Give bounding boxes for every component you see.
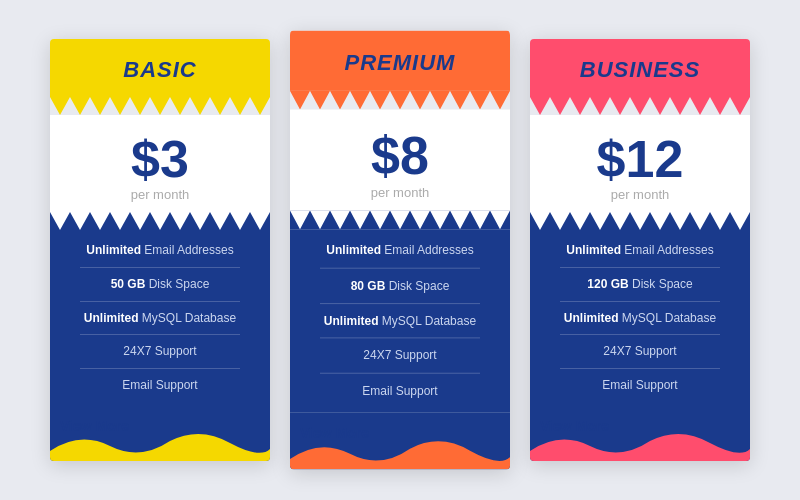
card-basic: BASIC $3 per month Unlimited Email Addre… [50,39,270,461]
card-features-basic: Unlimited Email Addresses 50 GB Disk Spa… [50,230,270,406]
divider [560,267,720,268]
feature-basic-3: 24X7 Support [60,343,260,360]
zigzag-header-basic [50,97,270,115]
svg-marker-3 [290,91,510,110]
price-amount-premium: $8 [300,128,500,182]
feature-premium-0: Unlimited Email Addresses [300,242,500,259]
divider [80,334,240,335]
feature-premium-1: 80 GB Disk Space [300,277,500,294]
view-more-button-premium[interactable]: View More [290,414,379,451]
divider [560,301,720,302]
divider [320,303,480,304]
feature-business-2: Unlimited MySQL Database [540,310,740,327]
price-amount-basic: $3 [60,133,260,185]
view-more-button-basic[interactable]: View More [50,408,139,444]
feature-business-0: Unlimited Email Addresses [540,242,740,259]
zigzag-features-business [530,212,750,230]
card-footer-business: View More [530,406,750,461]
plan-title-business: BUSINESS [580,57,700,82]
divider [80,267,240,268]
price-period-premium: per month [300,184,500,200]
feature-basic-2: Unlimited MySQL Database [60,310,260,327]
plan-title-premium: PREMIUM [345,49,456,75]
feature-premium-3: 24X7 Support [300,347,500,364]
price-period-business: per month [540,187,740,202]
zigzag-features-premium [290,210,510,229]
feature-business-4: Email Support [540,377,740,394]
divider [320,267,480,268]
price-period-basic: per month [60,187,260,202]
divider [80,301,240,302]
divider [560,368,720,369]
card-features-premium: Unlimited Email Addresses 80 GB Disk Spa… [290,229,510,412]
zigzag-header-business [530,97,750,115]
card-header-premium: PREMIUM [290,31,510,91]
card-premium: PREMIUM $8 per month Unlimited Email Add… [290,31,510,470]
price-amount-business: $12 [540,133,740,185]
card-features-business: Unlimited Email Addresses 120 GB Disk Sp… [530,230,750,406]
card-footer-basic: View More [50,406,270,461]
feature-basic-4: Email Support [60,377,260,394]
card-business: BUSINESS $12 per month Unlimited Email A… [530,39,750,461]
card-footer-premium: View More [290,412,510,469]
svg-marker-6 [530,97,750,115]
zigzag-header-premium [290,91,510,110]
svg-marker-0 [50,97,270,115]
feature-premium-2: Unlimited MySQL Database [300,312,500,329]
pricing-container: BASIC $3 per month Unlimited Email Addre… [30,19,770,481]
feature-basic-1: 50 GB Disk Space [60,276,260,293]
plan-title-basic: BASIC [123,57,196,82]
feature-premium-4: Email Support [300,382,500,399]
zigzag-features-basic [50,212,270,230]
divider [320,338,480,339]
card-header-basic: BASIC [50,39,270,97]
card-price-basic: $3 per month [50,115,270,212]
view-more-button-business[interactable]: View More [530,408,619,444]
feature-basic-0: Unlimited Email Addresses [60,242,260,259]
feature-business-3: 24X7 Support [540,343,740,360]
divider [320,373,480,374]
feature-business-1: 120 GB Disk Space [540,276,740,293]
card-price-business: $12 per month [530,115,750,212]
divider [560,334,720,335]
card-header-business: BUSINESS [530,39,750,97]
divider [80,368,240,369]
card-price-premium: $8 per month [290,110,510,211]
